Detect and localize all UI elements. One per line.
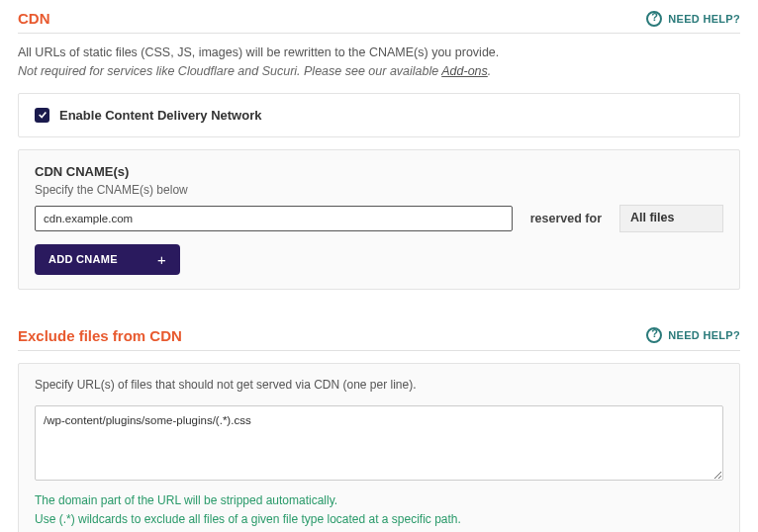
exclude-section-header: Exclude files from CDN NEED HELP?: [18, 327, 740, 351]
help-label: NEED HELP?: [668, 13, 740, 25]
exclude-textarea[interactable]: [35, 405, 723, 481]
exclude-panel: Specify URL(s) of files that should not …: [18, 363, 740, 533]
plus-icon: +: [157, 251, 166, 268]
cdn-title: CDN: [18, 10, 50, 27]
check-icon: [38, 110, 47, 120]
enable-cdn-checkbox[interactable]: [35, 108, 49, 123]
addons-link[interactable]: Add-ons: [441, 64, 488, 78]
reserved-for-select[interactable]: All files: [619, 205, 723, 232]
enable-cdn-label[interactable]: Enable Content Delivery Network: [59, 108, 261, 123]
enable-cdn-panel: Enable Content Delivery Network: [18, 93, 740, 137]
hint-line2: Use (.*) wildcards to exclude all files …: [35, 510, 723, 529]
hint-line1: The domain part of the URL will be strip…: [35, 491, 723, 510]
cdn-desc-line2-prefix: Not required for services like Cloudflar…: [18, 64, 441, 78]
exclude-title: Exclude files from CDN: [18, 327, 182, 344]
cname-field-label: CDN CNAME(s): [35, 164, 723, 179]
add-cname-button[interactable]: ADD CNAME +: [35, 244, 180, 275]
help-icon: [646, 11, 662, 27]
reserved-for-label: reserved for: [530, 212, 602, 225]
help-label: NEED HELP?: [668, 329, 740, 341]
cname-field-sub: Specify the CNAME(s) below: [35, 183, 723, 197]
cdn-section-header: CDN NEED HELP?: [18, 10, 740, 34]
exclude-desc: Specify URL(s) of files that should not …: [35, 378, 723, 392]
cdn-desc-line1: All URLs of static files (CSS, JS, image…: [18, 44, 740, 62]
cname-input[interactable]: [35, 206, 513, 231]
exclude-help-link[interactable]: NEED HELP?: [646, 327, 740, 343]
cdn-help-link[interactable]: NEED HELP?: [646, 11, 740, 27]
cdn-cname-panel: CDN CNAME(s) Specify the CNAME(s) below …: [18, 149, 740, 290]
exclude-hint: The domain part of the URL will be strip…: [35, 491, 723, 529]
add-cname-label: ADD CNAME: [48, 253, 118, 265]
cdn-desc-line2-suffix: .: [488, 64, 491, 78]
cdn-description: All URLs of static files (CSS, JS, image…: [18, 44, 740, 81]
help-icon: [646, 327, 662, 343]
